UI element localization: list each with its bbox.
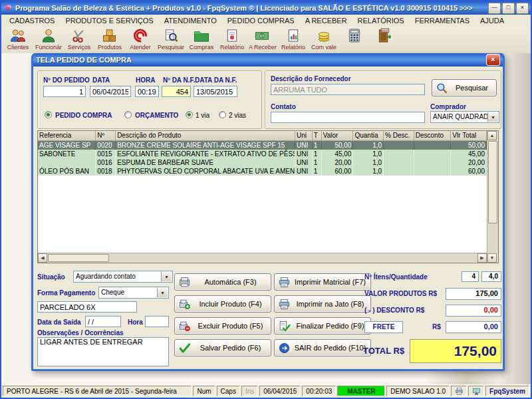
column-header-quantia[interactable]: Quantia xyxy=(353,131,384,141)
frete-value: 0,00 xyxy=(446,321,501,333)
minimize-button[interactable]: — xyxy=(488,3,501,14)
invoice-number-input[interactable] xyxy=(162,86,191,97)
toolbar-item-clientes[interactable]: Clientes xyxy=(3,27,33,51)
toolbar-item-servi-os[interactable]: Serviços xyxy=(64,27,94,51)
items-table-vscroll[interactable]: ▲ ▼ xyxy=(487,131,498,263)
table-row[interactable]: ÓLEO PÓS BAN0018PHYTOERVAS OLEO CORPORAL… xyxy=(38,167,487,176)
scroll-down-icon[interactable]: ▼ xyxy=(487,253,497,263)
calculator-icon xyxy=(346,37,363,45)
toolbar-item-com-vale[interactable]: Com vale xyxy=(309,27,339,51)
column-header-referencia[interactable]: Referencia xyxy=(38,131,96,141)
scroll-up-icon[interactable]: ▲ xyxy=(487,131,497,140)
table-row[interactable]: 0016ESPUMA DE BARBEAR SUAVEUNI120,001,02… xyxy=(38,158,487,167)
status-printer-mini-icon xyxy=(451,386,467,396)
auto-button[interactable]: Automática (F3) xyxy=(174,273,271,291)
column-header-n[interactable]: Nº xyxy=(96,131,116,141)
toolbar-item-label: Atender xyxy=(125,45,156,51)
finalize-button[interactable]: Finalizar Pedido (F9) xyxy=(274,317,371,334)
radio-2-vias[interactable] xyxy=(219,111,226,118)
table-cell: ESFOLIANTE REVIGORANTE - EXTRATO ATIVO D… xyxy=(116,150,295,158)
itens-value: 4 xyxy=(462,271,479,282)
radio-pedido-compra[interactable] xyxy=(45,111,52,118)
column-header-vlr-total[interactable]: Vlr Total xyxy=(451,131,487,141)
parcelamento-input[interactable] xyxy=(37,301,137,313)
status-segment-demo-salao-1-0: DEMO SALAO 1.0 xyxy=(386,386,450,396)
invoice-date-label: DATA DA N.F. xyxy=(195,76,237,84)
status-segment-porto-alegre-rs-6-de-abril-de-2015-segunda-feira: PORTO ALEGRE - RS 6 de Abril de 2015 - S… xyxy=(3,386,192,396)
table-cell: 1 xyxy=(313,158,322,167)
observacoes-textarea[interactable]: LIGAR ANTES DE ENTREGAR xyxy=(37,337,169,366)
observacoes-label: Observações / Ocorrências xyxy=(37,329,124,336)
radio-1-via[interactable] xyxy=(186,111,193,118)
save-button[interactable]: Salvar Pedido (F6) xyxy=(174,339,271,356)
hora-saida-input[interactable] xyxy=(145,316,169,327)
items-table-hscroll[interactable]: ◀ ▶ xyxy=(38,253,487,263)
supplier-group: Descrição do Fornecedor Pesquisar Contat… xyxy=(265,70,501,129)
scroll-left-icon[interactable]: ◀ xyxy=(38,253,47,263)
column-header-descri-o-do-produto[interactable]: Descrição do Produto xyxy=(116,131,295,141)
radio-orcamento[interactable] xyxy=(124,111,132,118)
order-time-input[interactable] xyxy=(135,86,159,97)
table-cell: 45,00 xyxy=(451,150,487,158)
table-cell: AGE VISAGE SP xyxy=(38,141,96,150)
supplier-name-input[interactable] xyxy=(271,84,425,95)
menu-cadastros[interactable]: CADASTROS xyxy=(4,15,60,26)
situacao-select[interactable]: Aguardando contato ▼ xyxy=(73,271,173,283)
column-header-uni[interactable]: Uni xyxy=(295,131,313,141)
dialog-titlebar: TELA PEDIDO DE COMPRA × xyxy=(33,53,503,66)
column-header-desconto[interactable]: Desconto xyxy=(414,131,452,141)
radio-1-via-label: 1 via xyxy=(196,112,209,119)
toolbar-item-calculator-icon[interactable] xyxy=(339,27,370,45)
finalize-icon xyxy=(278,320,291,332)
button-label: Imprimir na Jato (F8) xyxy=(293,300,367,308)
delete-button[interactable]: Excluir Produto (F5) xyxy=(174,317,271,334)
menu-ferramentas[interactable]: FERRAMENTAS xyxy=(410,15,475,26)
buyer-label: Comprador xyxy=(430,103,466,110)
include-button[interactable]: Incluir Produto (F4) xyxy=(174,295,271,313)
scroll-right-icon[interactable]: ▶ xyxy=(477,253,487,263)
table-cell: SABONETE xyxy=(38,150,96,158)
toolbar-item-produtos[interactable]: Produtos xyxy=(94,27,125,51)
printer-button[interactable]: Imprimir Matricial (F7) xyxy=(274,273,371,291)
invoice-date-input[interactable] xyxy=(194,86,237,97)
frete-label: FRETE xyxy=(364,321,403,333)
toolbar-item-label: Compras xyxy=(186,45,217,51)
menu-ajuda[interactable]: AJUDA xyxy=(475,15,509,26)
frete-currency-label: R$ xyxy=(432,323,441,331)
contact-input[interactable] xyxy=(271,112,425,123)
toolbar-item-exit-icon[interactable]: EXIT xyxy=(370,27,400,45)
toolbar-item-funcion-r[interactable]: Funcionár xyxy=(33,27,64,51)
toolbar-item-label: Relatório xyxy=(278,45,309,51)
menu-a-receber[interactable]: A RECEBER xyxy=(300,15,352,26)
order-date-input[interactable] xyxy=(90,86,131,97)
column-header-t[interactable]: T xyxy=(313,131,322,141)
buyer-select[interactable]: ANAIR QUADRADO ▼ xyxy=(430,111,499,123)
order-number-input[interactable] xyxy=(43,86,86,97)
toolbar-item-compras[interactable]: Compras xyxy=(186,27,217,51)
dialog-close-icon[interactable]: × xyxy=(486,54,500,66)
exit-order-button[interactable]: SAIR do Pedido (F10) xyxy=(274,339,371,356)
table-row[interactable]: AGE VISAGE SP0020BRONZE CREME SOLAIRE AN… xyxy=(38,141,487,150)
toolbar-item-pesquisar[interactable]: Pesquisar xyxy=(156,27,186,51)
menu-relat-rios[interactable]: RELATÓRIOS xyxy=(352,15,410,26)
menu-atendimento[interactable]: ATENDIMENTO xyxy=(159,15,222,26)
toolbar-item-relat-rio[interactable]: Relatório xyxy=(278,27,309,51)
data-saida-input[interactable] xyxy=(85,316,121,327)
menu-produtos-e-servi-os[interactable]: PRODUTOS E SERVIÇOS xyxy=(60,15,158,26)
hscroll-thumb[interactable] xyxy=(48,254,109,262)
table-row[interactable]: SABONETE0015ESFOLIANTE REVIGORANTE - EXT… xyxy=(38,150,487,158)
column-header-desc[interactable]: % Desc. xyxy=(384,131,414,141)
forma-pagamento-select[interactable]: Cheque ▼ xyxy=(98,287,169,299)
pesquisar-button[interactable]: Pesquisar xyxy=(432,79,497,96)
menu-pedido-compras[interactable]: PEDIDO COMPRAS xyxy=(222,15,300,26)
contact-label: Contato xyxy=(271,103,296,110)
toolbar-item-atender[interactable]: Atender xyxy=(125,27,156,51)
toolbar-item-relat-rio[interactable]: Relatório xyxy=(217,27,247,51)
order-time-label: HORA xyxy=(136,76,155,84)
printer2-button[interactable]: Imprimir na Jato (F8) xyxy=(274,295,371,313)
toolbar-item-a-receber[interactable]: $A Receber xyxy=(247,27,278,51)
vscroll-thumb[interactable] xyxy=(488,141,497,223)
close-button[interactable]: × xyxy=(516,3,529,14)
maximize-button[interactable]: □ xyxy=(502,3,515,14)
column-header-valor[interactable]: Valor xyxy=(322,131,354,141)
